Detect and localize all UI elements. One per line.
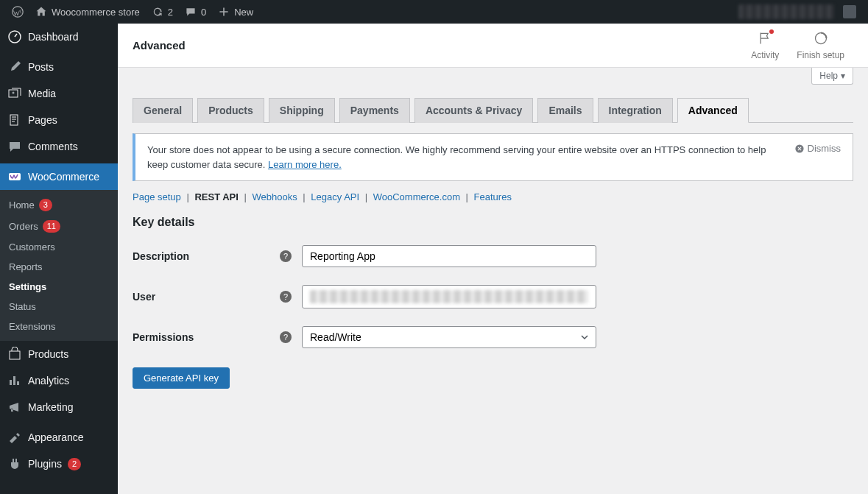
sidebar-item-label: Comments bbox=[28, 141, 78, 152]
subsub-features[interactable]: Features bbox=[474, 191, 512, 202]
badge: 11 bbox=[43, 220, 60, 233]
permissions-label: Permissions bbox=[133, 331, 280, 343]
badge: 3 bbox=[39, 199, 52, 211]
new-label: New bbox=[234, 7, 253, 18]
sidebar-item-posts[interactable]: Posts bbox=[0, 54, 118, 80]
comments-count: 0 bbox=[201, 7, 206, 18]
page-header: Advanced Activity Finish setup bbox=[118, 24, 868, 68]
sidebar-item-label: Dashboard bbox=[28, 31, 79, 43]
site-link[interactable]: Woocommerce store bbox=[29, 0, 146, 24]
sidebar-item-products[interactable]: Products bbox=[0, 341, 118, 367]
sidebar-item-label: Products bbox=[28, 348, 68, 360]
svg-point-3 bbox=[13, 92, 15, 94]
tab-integration[interactable]: Integration bbox=[598, 98, 673, 123]
subsub-rest-api[interactable]: REST API bbox=[194, 191, 238, 202]
sidebar-item-label: Marketing bbox=[28, 401, 73, 413]
tab-advanced[interactable]: Advanced bbox=[677, 98, 749, 123]
subsub-page-setup[interactable]: Page setup bbox=[133, 191, 181, 202]
badge: 2 bbox=[68, 458, 81, 470]
submenu-extensions[interactable]: Extensions bbox=[0, 317, 118, 336]
sidebar-item-label: Analytics bbox=[28, 375, 69, 387]
sidebar-item-pages[interactable]: Pages bbox=[0, 107, 118, 133]
username-blurred bbox=[738, 4, 834, 19]
sidebar-item-label: Media bbox=[28, 88, 56, 99]
finish-label: Finish setup bbox=[797, 50, 844, 60]
sidebar-item-analytics[interactable]: Analytics bbox=[0, 367, 118, 394]
tab-shipping[interactable]: Shipping bbox=[269, 98, 335, 123]
tab-general[interactable]: General bbox=[133, 98, 193, 123]
user-value-blurred bbox=[310, 290, 588, 303]
description-label: Description bbox=[133, 250, 280, 262]
sidebar-item-label: Pages bbox=[28, 114, 57, 126]
tab-accounts-privacy[interactable]: Accounts & Privacy bbox=[414, 98, 534, 123]
svg-rect-6 bbox=[10, 351, 20, 359]
help-tab[interactable]: Help▾ bbox=[811, 68, 853, 85]
sub-navigation: Page setup | REST API | Webhooks | Legac… bbox=[133, 191, 853, 202]
section-title: Key details bbox=[133, 216, 853, 229]
sidebar-item-woocommerce[interactable]: WooCommerce bbox=[0, 163, 118, 190]
notice-message: Your store does not appear to be using a… bbox=[147, 143, 783, 172]
flag-icon bbox=[758, 31, 772, 48]
https-notice: Your store does not appear to be using a… bbox=[133, 133, 853, 181]
subsub-legacy-api[interactable]: Legacy API bbox=[311, 191, 359, 202]
help-tip-icon[interactable]: ? bbox=[280, 250, 292, 262]
svg-rect-4 bbox=[10, 115, 18, 125]
description-input[interactable] bbox=[302, 245, 596, 267]
help-tip-icon[interactable]: ? bbox=[280, 331, 292, 343]
main-content: Advanced Activity Finish setup Help▾ Gen… bbox=[118, 24, 868, 494]
comments-link[interactable]: 0 bbox=[179, 0, 212, 24]
sidebar-item-label: Appearance bbox=[28, 431, 84, 443]
user-select[interactable] bbox=[302, 285, 596, 308]
sidebar-item-dashboard[interactable]: Dashboard bbox=[0, 24, 118, 50]
new-content-link[interactable]: New bbox=[212, 0, 259, 24]
admin-toolbar: Woocommerce store 2 0 New bbox=[0, 0, 868, 24]
sidebar-item-media[interactable]: Media bbox=[0, 80, 118, 107]
help-tip-icon[interactable]: ? bbox=[280, 291, 292, 303]
activity-label: Activity bbox=[751, 50, 779, 60]
submenu-settings[interactable]: Settings bbox=[0, 277, 118, 297]
updates-link[interactable]: 2 bbox=[146, 0, 179, 24]
tab-payments[interactable]: Payments bbox=[339, 98, 410, 123]
submenu-status[interactable]: Status bbox=[0, 297, 118, 317]
avatar bbox=[843, 5, 856, 18]
learn-more-link[interactable]: Learn more here. bbox=[268, 159, 342, 170]
submenu-reports[interactable]: Reports bbox=[0, 257, 118, 277]
tab-emails[interactable]: Emails bbox=[537, 98, 593, 123]
sidebar-item-label: Posts bbox=[28, 61, 54, 73]
progress-circle-icon bbox=[814, 31, 828, 48]
activity-button[interactable]: Activity bbox=[742, 31, 788, 60]
generate-api-key-button[interactable]: Generate API key bbox=[133, 367, 230, 389]
dismiss-button[interactable]: Dismiss bbox=[794, 143, 841, 154]
page-title: Advanced bbox=[133, 39, 186, 52]
chevron-down-icon: ▾ bbox=[841, 71, 845, 81]
permissions-select[interactable]: Read/Write bbox=[302, 326, 596, 348]
finish-setup-button[interactable]: Finish setup bbox=[788, 31, 853, 60]
close-icon bbox=[794, 144, 805, 154]
user-account-link[interactable] bbox=[733, 0, 862, 24]
tab-products[interactable]: Products bbox=[197, 98, 264, 123]
wp-logo[interactable] bbox=[6, 0, 29, 24]
sidebar-item-plugins[interactable]: Plugins2 bbox=[0, 451, 118, 477]
sidebar-item-appearance[interactable]: Appearance bbox=[0, 424, 118, 451]
site-name: Woocommerce store bbox=[52, 7, 140, 18]
sidebar-item-label: Plugins bbox=[28, 458, 62, 470]
subsub-webhooks[interactable]: Webhooks bbox=[253, 191, 297, 202]
subsub-woocommerce-com[interactable]: WooCommerce.com bbox=[373, 191, 460, 202]
submenu-customers[interactable]: Customers bbox=[0, 237, 118, 257]
updates-count: 2 bbox=[168, 7, 173, 18]
settings-tabs: General Products Shipping Payments Accou… bbox=[133, 98, 853, 123]
woocommerce-submenu: Home3 Orders11 Customers Reports Setting… bbox=[0, 190, 118, 341]
admin-sidebar: Dashboard Posts Media Pages Comments Woo… bbox=[0, 24, 118, 494]
sidebar-item-marketing[interactable]: Marketing bbox=[0, 394, 118, 420]
sidebar-item-label: WooCommerce bbox=[28, 171, 99, 183]
sidebar-item-comments[interactable]: Comments bbox=[0, 133, 118, 160]
user-label: User bbox=[133, 291, 280, 303]
key-details-form: Description ? User ? Permissions ? Read/… bbox=[133, 236, 853, 357]
submenu-orders[interactable]: Orders11 bbox=[0, 216, 118, 237]
submenu-home[interactable]: Home3 bbox=[0, 194, 118, 216]
